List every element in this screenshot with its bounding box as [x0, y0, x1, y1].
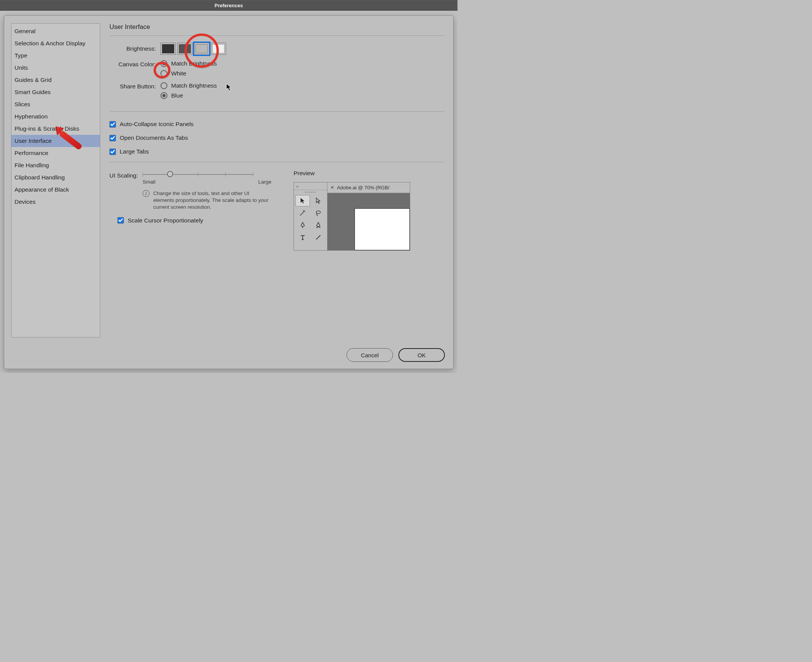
sidebar-item-general[interactable]: General: [11, 25, 100, 37]
canvas-color-label: Canvas Color:: [110, 61, 156, 68]
radio-icon: [161, 60, 168, 67]
radio-icon: [161, 92, 168, 99]
sidebar-item-user-interface[interactable]: User Interface: [11, 135, 100, 147]
selection-tool-icon: [295, 195, 310, 206]
ui-scaling-label: UI Scaling:: [110, 172, 138, 179]
brightness-swatch-medium-dark[interactable]: [177, 43, 193, 55]
checkbox-icon: [118, 217, 124, 223]
sidebar-item-file-handling[interactable]: File Handling: [11, 159, 100, 171]
sidebar-item-devices[interactable]: Devices: [11, 196, 100, 208]
preferences-dialog: General Selection & Anchor Display Type …: [4, 15, 454, 369]
type-tool-icon: [295, 231, 310, 243]
dialog-footer: Cancel OK: [346, 348, 445, 362]
canvas-color-white[interactable]: White: [161, 70, 217, 77]
share-button-blue[interactable]: Blue: [161, 92, 217, 99]
main-panel: User Interface Brightness: Canvas Color:…: [110, 23, 445, 337]
preview-box: «: [293, 182, 410, 251]
radio-icon: [161, 82, 168, 89]
sidebar-item-selection-anchor[interactable]: Selection & Anchor Display: [11, 37, 100, 50]
sidebar-item-performance[interactable]: Performance: [11, 147, 100, 159]
sidebar-item-appearance-black[interactable]: Appearance of Black: [11, 183, 100, 196]
ui-scaling-slider[interactable]: [143, 171, 253, 177]
checkbox-icon: [110, 149, 116, 155]
slider-knob[interactable]: [167, 171, 173, 177]
preview-artboard: [354, 208, 410, 250]
radio-label: White: [171, 70, 187, 77]
doc-tab-label: Adobe.ai @ 70% (RGB/: [337, 185, 389, 190]
lasso-tool-icon: [311, 207, 325, 219]
sidebar-item-plugins-scratch[interactable]: Plug-ins & Scratch Disks: [11, 123, 100, 135]
check-label: Open Documents As Tabs: [120, 135, 188, 141]
checkbox-icon: [110, 121, 116, 128]
magic-wand-tool-icon: [295, 207, 310, 219]
sidebar-item-clipboard-handling[interactable]: Clipboard Handling: [11, 171, 100, 183]
pen-tool-icon: [295, 219, 310, 231]
direct-selection-tool-icon: [311, 195, 325, 206]
titlebar: Preferences: [0, 0, 458, 11]
button-label: OK: [417, 352, 426, 358]
slider-min-label: Small: [143, 179, 156, 185]
share-button-label: Share Button:: [110, 83, 156, 90]
sidebar: General Selection & Anchor Display Type …: [11, 23, 100, 337]
brightness-swatches: [161, 43, 226, 55]
sidebar-item-smart-guides[interactable]: Smart Guides: [11, 86, 100, 98]
radio-label: Match Brightness: [171, 82, 217, 89]
ui-scaling-info: Change the size of tools, text and other…: [153, 190, 271, 211]
sidebar-item-hyphenation[interactable]: Hyphenation: [11, 111, 100, 123]
check-scale-cursor[interactable]: Scale Cursor Proportionately: [118, 217, 271, 224]
preview-tool-strip: «: [294, 182, 327, 250]
sidebar-item-type[interactable]: Type: [11, 50, 100, 62]
check-label: Scale Cursor Proportionately: [128, 217, 203, 224]
button-label: Cancel: [361, 352, 379, 358]
check-label: Auto-Collapse Iconic Panels: [120, 121, 194, 128]
check-auto-collapse[interactable]: Auto-Collapse Iconic Panels: [110, 121, 445, 128]
radio-label: Blue: [171, 92, 183, 99]
check-open-as-tabs[interactable]: Open Documents As Tabs: [110, 135, 445, 141]
preview-label: Preview: [293, 170, 410, 177]
share-button-match-brightness[interactable]: Match Brightness: [161, 82, 217, 89]
canvas-color-match-brightness[interactable]: Match Brightness: [161, 60, 217, 67]
sidebar-item-units[interactable]: Units: [11, 62, 100, 74]
close-icon: ✕: [330, 185, 334, 190]
brightness-swatch-light[interactable]: [211, 43, 226, 55]
radio-icon: [161, 70, 168, 77]
line-tool-icon: [311, 231, 325, 243]
preview-doc-area: ✕ Adobe.ai @ 70% (RGB/: [327, 182, 410, 250]
window-title: Preferences: [214, 3, 243, 8]
check-large-tabs[interactable]: Large Tabs: [110, 148, 445, 155]
ok-button[interactable]: OK: [398, 348, 445, 362]
cancel-button[interactable]: Cancel: [346, 348, 393, 362]
collapse-icon: «: [296, 184, 298, 188]
check-label: Large Tabs: [120, 148, 149, 155]
brightness-swatch-dark[interactable]: [161, 43, 176, 55]
checkbox-icon: [110, 135, 116, 141]
divider: [110, 162, 445, 162]
curvature-tool-icon: [311, 219, 325, 231]
divider: [110, 111, 445, 112]
section-title: User Interface: [110, 23, 445, 31]
divider: [110, 35, 445, 36]
sidebar-item-guides-grid[interactable]: Guides & Grid: [11, 74, 100, 86]
svg-point-0: [316, 211, 320, 214]
radio-label: Match Brightness: [171, 60, 217, 67]
sidebar-item-slices[interactable]: Slices: [11, 98, 100, 111]
brightness-label: Brightness:: [110, 45, 156, 52]
brightness-swatch-medium-light[interactable]: [194, 43, 209, 55]
slider-max-label: Large: [258, 179, 271, 185]
info-icon: i: [143, 190, 150, 197]
